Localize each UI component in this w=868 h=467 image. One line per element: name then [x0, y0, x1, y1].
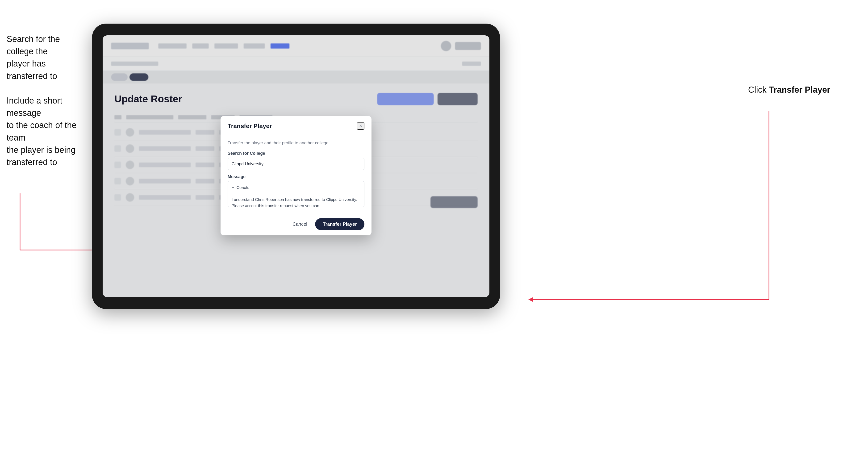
svg-marker-5 [528, 297, 533, 302]
annotation-right-bold: Transfer Player [769, 85, 830, 95]
annotation-left-line4: to the coach of the team [7, 119, 87, 144]
annotation-left-line2: player has transferred to [7, 58, 87, 82]
annotation-left-line3: Include a short message [7, 95, 87, 119]
tablet-device: Update Roster [92, 24, 500, 309]
annotation-left-line5: the player is being [7, 144, 87, 156]
cancel-button[interactable]: Cancel [288, 219, 311, 229]
close-icon: × [359, 123, 362, 129]
annotation-left: Search for the college the player has tr… [7, 33, 87, 168]
modal-title: Transfer Player [228, 122, 272, 130]
modal-footer: Cancel Transfer Player [220, 214, 371, 236]
annotation-right: Click Transfer Player [748, 85, 830, 95]
annotation-left-line1: Search for the college the [7, 33, 87, 58]
transfer-player-button[interactable]: Transfer Player [315, 218, 365, 230]
modal-description: Transfer the player and their profile to… [228, 140, 365, 146]
search-label: Search for College [228, 151, 365, 156]
modal-body: Transfer the player and their profile to… [220, 134, 371, 214]
annotation-left-line6: transferred to [7, 156, 87, 168]
search-college-input[interactable] [228, 158, 365, 170]
tablet-screen: Update Roster [102, 35, 489, 297]
message-textarea[interactable]: Hi Coach, I understand Chris Robertson h… [228, 181, 365, 207]
annotation-right-prefix: Click [748, 85, 769, 95]
modal-overlay: Transfer Player × Transfer the player an… [102, 35, 489, 297]
transfer-modal: Transfer Player × Transfer the player an… [220, 116, 371, 236]
modal-header: Transfer Player × [220, 116, 371, 134]
modal-close-button[interactable]: × [357, 122, 365, 130]
message-label: Message [228, 174, 365, 179]
